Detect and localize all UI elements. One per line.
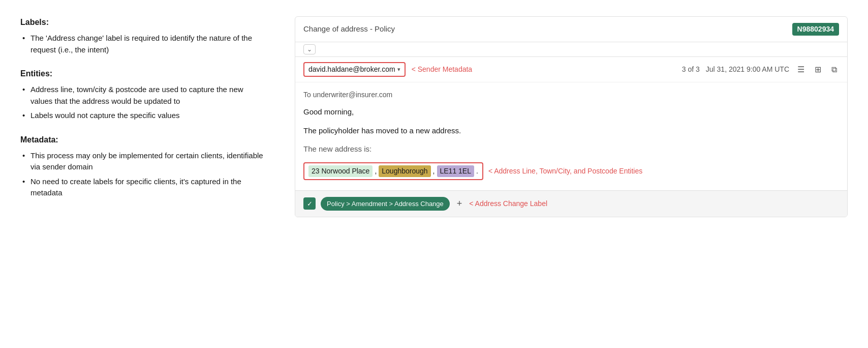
- entity-postcode: LE11 1EL: [437, 165, 475, 177]
- metadata-list: This process may only be implemented for…: [20, 150, 264, 199]
- address-entities-row: 23 Norwood Place , Loughborough , LE11 1…: [303, 159, 839, 183]
- check-icon: ✓: [303, 197, 316, 210]
- comma-1: ,: [375, 166, 377, 177]
- email-address-intro: The new address is:: [303, 143, 839, 155]
- expand-collapse-button[interactable]: ⌄: [303, 44, 316, 54]
- entity-address: 23 Norwood Place: [308, 165, 373, 177]
- grid-view-button[interactable]: ⊞: [813, 64, 823, 75]
- entities-bullet-1: Address line, town/city & postcode are u…: [20, 84, 264, 107]
- entities-label: < Address Line, Town/City, and Postcode …: [488, 166, 642, 177]
- email-meta-row: david.haldane@broker.com ▾ < Sender Meta…: [295, 57, 847, 82]
- email-panel: Change of address - Policy N98802934 ⌄ d…: [295, 16, 848, 217]
- message-count: 3 of 3: [682, 64, 700, 75]
- period: .: [476, 166, 478, 177]
- metadata-bullet-2: No need to create labels for specific cl…: [20, 176, 264, 199]
- label-bullet-1: The 'Address change' label is required t…: [20, 33, 264, 55]
- add-label-button[interactable]: +: [455, 198, 464, 209]
- email-body-line1: The policyholder has moved to a new addr…: [303, 125, 839, 137]
- labels-list: The 'Address change' label is required t…: [20, 33, 264, 55]
- list-view-button[interactable]: ☰: [795, 64, 807, 75]
- entities-highlight-box: 23 Norwood Place , Loughborough , LE11 1…: [303, 162, 483, 180]
- external-link-button[interactable]: ⧉: [829, 64, 839, 75]
- metadata-heading: Metadata:: [20, 134, 264, 146]
- metadata-bar: ✓ Policy > Amendment > Address Change + …: [295, 191, 847, 217]
- entity-city: Loughborough: [379, 165, 430, 177]
- entities-heading: Entities:: [20, 68, 264, 80]
- main-layout: Labels: The 'Address change' label is re…: [20, 16, 848, 217]
- email-header-bar: Change of address - Policy N98802934: [295, 17, 847, 42]
- sender-box[interactable]: david.haldane@broker.com ▾: [303, 62, 406, 77]
- labels-heading: Labels:: [20, 16, 264, 28]
- metadata-bullet-1: This process may only be implemented for…: [20, 150, 264, 173]
- email-timestamp: Jul 31, 2021 9:00 AM UTC: [706, 64, 789, 75]
- left-panel: Labels: The 'Address change' label is re…: [20, 16, 264, 211]
- policy-badge: N98802934: [792, 23, 839, 36]
- email-greeting: Good morning,: [303, 106, 839, 118]
- entities-bullet-2: Labels would not capture the specific va…: [20, 110, 264, 122]
- address-change-label: < Address Change Label: [469, 198, 547, 209]
- entities-section: Entities: Address line, town/city & post…: [20, 68, 264, 122]
- email-body: To underwriter@insurer.com Good morning,…: [295, 82, 847, 191]
- dropdown-arrow-icon[interactable]: ▾: [397, 65, 400, 74]
- sender-metadata-link[interactable]: < Sender Metadata: [412, 64, 472, 75]
- email-subject: Change of address - Policy: [303, 23, 787, 35]
- metadata-label-badge[interactable]: Policy > Amendment > Address Change: [321, 197, 450, 211]
- sender-email: david.haldane@broker.com: [308, 64, 395, 75]
- comma-2: ,: [433, 166, 435, 177]
- labels-section: Labels: The 'Address change' label is re…: [20, 16, 264, 55]
- expand-btn-row: ⌄: [295, 42, 847, 57]
- metadata-section: Metadata: This process may only be imple…: [20, 134, 264, 199]
- email-to: To underwriter@insurer.com: [303, 90, 839, 100]
- entities-list: Address line, town/city & postcode are u…: [20, 84, 264, 122]
